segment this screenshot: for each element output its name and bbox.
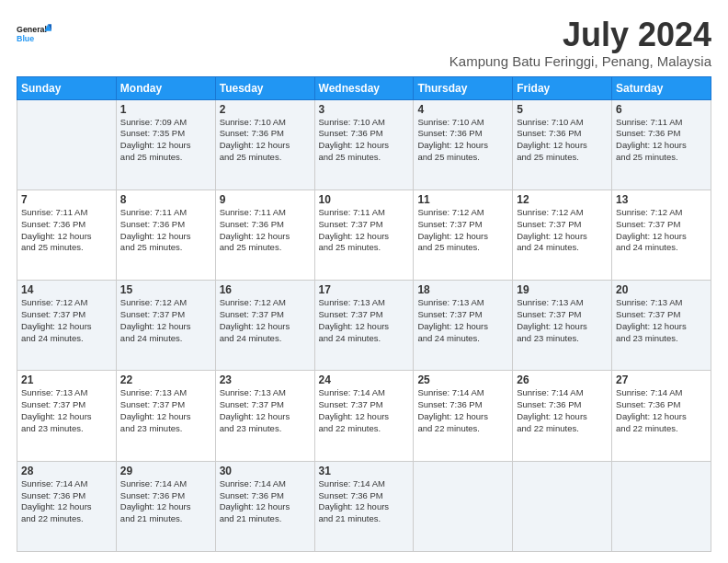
- day-info: Sunrise: 7:13 AM Sunset: 7:37 PM Dayligh…: [220, 387, 311, 434]
- daylight-text-cont: and 25 minutes.: [120, 152, 183, 162]
- sunset-text: Sunset: 7:36 PM: [21, 219, 85, 229]
- header: General Blue July 2024 Kampung Batu Feri…: [17, 17, 711, 69]
- table-row: 12 Sunrise: 7:12 AM Sunset: 7:37 PM Dayl…: [513, 190, 612, 280]
- table-row: 18 Sunrise: 7:13 AM Sunset: 7:37 PM Dayl…: [414, 281, 513, 371]
- table-row: 30 Sunrise: 7:14 AM Sunset: 7:36 PM Dayl…: [215, 461, 314, 551]
- day-number: 16: [220, 283, 311, 296]
- sunset-text: Sunset: 7:36 PM: [220, 128, 284, 138]
- table-row: 27 Sunrise: 7:14 AM Sunset: 7:36 PM Dayl…: [612, 371, 711, 461]
- table-row: [612, 461, 711, 551]
- col-wednesday: Wednesday: [314, 76, 414, 99]
- table-row: 20 Sunrise: 7:13 AM Sunset: 7:37 PM Dayl…: [612, 281, 711, 371]
- day-info: Sunrise: 7:13 AM Sunset: 7:37 PM Dayligh…: [517, 297, 608, 344]
- day-info: Sunrise: 7:10 AM Sunset: 7:36 PM Dayligh…: [220, 117, 311, 164]
- table-row: 5 Sunrise: 7:10 AM Sunset: 7:36 PM Dayli…: [513, 99, 612, 190]
- daylight-text-cont: and 23 minutes.: [517, 333, 579, 343]
- sunset-text: Sunset: 7:37 PM: [120, 309, 185, 319]
- calendar-week-row: 1 Sunrise: 7:09 AM Sunset: 7:35 PM Dayli…: [17, 99, 711, 190]
- day-info: Sunrise: 7:12 AM Sunset: 7:37 PM Dayligh…: [220, 297, 311, 344]
- daylight-text-cont: and 25 minutes.: [616, 152, 678, 162]
- table-row: 3 Sunrise: 7:10 AM Sunset: 7:36 PM Dayli…: [314, 99, 414, 190]
- day-number: 29: [120, 465, 211, 477]
- sunrise-text: Sunrise: 7:11 AM: [21, 207, 87, 217]
- day-number: 12: [517, 193, 608, 206]
- sunset-text: Sunset: 7:37 PM: [220, 309, 284, 319]
- daylight-text: Daylight: 12 hours: [517, 231, 587, 241]
- col-sunday: Sunday: [17, 76, 117, 99]
- daylight-text-cont: and 25 minutes.: [120, 242, 183, 252]
- sunrise-text: Sunrise: 7:12 AM: [220, 297, 286, 307]
- sunrise-text: Sunrise: 7:14 AM: [517, 387, 583, 397]
- daylight-text: Daylight: 12 hours: [417, 140, 488, 150]
- daylight-text: Daylight: 12 hours: [616, 140, 687, 150]
- calendar-week-row: 7 Sunrise: 7:11 AM Sunset: 7:36 PM Dayli…: [17, 190, 711, 280]
- daylight-text-cont: and 25 minutes.: [319, 242, 381, 252]
- daylight-text-cont: and 25 minutes.: [319, 152, 381, 162]
- day-number: 3: [319, 103, 410, 116]
- sunrise-text: Sunrise: 7:10 AM: [417, 117, 483, 127]
- sunset-text: Sunset: 7:36 PM: [517, 399, 581, 409]
- daylight-text: Daylight: 12 hours: [220, 231, 290, 241]
- sunrise-text: Sunrise: 7:14 AM: [319, 387, 385, 397]
- day-info: Sunrise: 7:12 AM Sunset: 7:37 PM Dayligh…: [616, 207, 707, 254]
- day-number: 11: [417, 193, 508, 206]
- sunrise-text: Sunrise: 7:14 AM: [120, 478, 187, 488]
- daylight-text: Daylight: 12 hours: [417, 411, 488, 421]
- table-row: 8 Sunrise: 7:11 AM Sunset: 7:36 PM Dayli…: [116, 190, 215, 280]
- sunrise-text: Sunrise: 7:12 AM: [517, 207, 583, 217]
- table-row: 17 Sunrise: 7:13 AM Sunset: 7:37 PM Dayl…: [314, 281, 414, 371]
- daylight-text: Daylight: 12 hours: [417, 321, 488, 331]
- day-info: Sunrise: 7:14 AM Sunset: 7:36 PM Dayligh…: [616, 387, 707, 434]
- day-info: Sunrise: 7:14 AM Sunset: 7:36 PM Dayligh…: [220, 478, 311, 525]
- sunset-text: Sunset: 7:36 PM: [120, 490, 185, 500]
- day-info: Sunrise: 7:10 AM Sunset: 7:36 PM Dayligh…: [417, 117, 508, 164]
- day-number: 14: [21, 283, 112, 296]
- day-number: 23: [220, 373, 311, 386]
- table-row: 26 Sunrise: 7:14 AM Sunset: 7:36 PM Dayl…: [513, 371, 612, 461]
- day-info: Sunrise: 7:14 AM Sunset: 7:37 PM Dayligh…: [319, 387, 410, 434]
- sunset-text: Sunset: 7:37 PM: [616, 309, 680, 319]
- day-number: 2: [220, 103, 311, 116]
- sunrise-text: Sunrise: 7:13 AM: [220, 387, 286, 397]
- day-info: Sunrise: 7:14 AM Sunset: 7:36 PM Dayligh…: [517, 387, 608, 434]
- daylight-text: Daylight: 12 hours: [21, 231, 92, 241]
- daylight-text: Daylight: 12 hours: [616, 321, 687, 331]
- daylight-text: Daylight: 12 hours: [120, 501, 191, 511]
- day-info: Sunrise: 7:11 AM Sunset: 7:36 PM Dayligh…: [220, 207, 311, 254]
- day-info: Sunrise: 7:11 AM Sunset: 7:36 PM Dayligh…: [120, 207, 211, 254]
- sunrise-text: Sunrise: 7:13 AM: [517, 297, 583, 307]
- table-row: 1 Sunrise: 7:09 AM Sunset: 7:35 PM Dayli…: [116, 99, 215, 190]
- daylight-text-cont: and 22 minutes.: [319, 423, 381, 433]
- sunset-text: Sunset: 7:37 PM: [319, 309, 383, 319]
- day-number: 19: [517, 283, 608, 296]
- day-info: Sunrise: 7:14 AM Sunset: 7:36 PM Dayligh…: [21, 478, 112, 525]
- sunset-text: Sunset: 7:35 PM: [120, 128, 185, 138]
- sunrise-text: Sunrise: 7:12 AM: [120, 297, 187, 307]
- day-number: 28: [21, 465, 112, 477]
- sunrise-text: Sunrise: 7:14 AM: [220, 478, 286, 488]
- daylight-text: Daylight: 12 hours: [319, 321, 390, 331]
- sunset-text: Sunset: 7:36 PM: [21, 490, 85, 500]
- daylight-text: Daylight: 12 hours: [21, 411, 92, 421]
- table-row: 7 Sunrise: 7:11 AM Sunset: 7:36 PM Dayli…: [17, 190, 117, 280]
- sunrise-text: Sunrise: 7:13 AM: [319, 297, 385, 307]
- sunrise-text: Sunrise: 7:13 AM: [21, 387, 87, 397]
- sunset-text: Sunset: 7:37 PM: [21, 399, 85, 409]
- table-row: 21 Sunrise: 7:13 AM Sunset: 7:37 PM Dayl…: [17, 371, 117, 461]
- sunrise-text: Sunrise: 7:13 AM: [616, 297, 682, 307]
- day-info: Sunrise: 7:10 AM Sunset: 7:36 PM Dayligh…: [517, 117, 608, 164]
- sunrise-text: Sunrise: 7:11 AM: [616, 117, 682, 127]
- table-row: 13 Sunrise: 7:12 AM Sunset: 7:37 PM Dayl…: [612, 190, 711, 280]
- daylight-text-cont: and 24 minutes.: [319, 333, 381, 343]
- day-number: 8: [120, 193, 211, 206]
- sunrise-text: Sunrise: 7:11 AM: [120, 207, 187, 217]
- daylight-text: Daylight: 12 hours: [21, 321, 92, 331]
- day-info: Sunrise: 7:12 AM Sunset: 7:37 PM Dayligh…: [120, 297, 211, 344]
- table-row: 29 Sunrise: 7:14 AM Sunset: 7:36 PM Dayl…: [116, 461, 215, 551]
- col-saturday: Saturday: [612, 76, 711, 99]
- daylight-text: Daylight: 12 hours: [319, 411, 390, 421]
- table-row: 14 Sunrise: 7:12 AM Sunset: 7:37 PM Dayl…: [17, 281, 117, 371]
- calendar-week-row: 14 Sunrise: 7:12 AM Sunset: 7:37 PM Dayl…: [17, 281, 711, 371]
- table-row: 10 Sunrise: 7:11 AM Sunset: 7:37 PM Dayl…: [314, 190, 414, 280]
- day-number: 15: [120, 283, 211, 296]
